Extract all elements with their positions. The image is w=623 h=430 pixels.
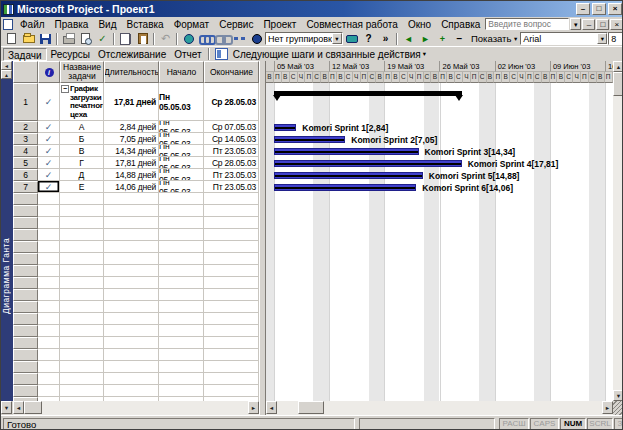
split-task-button[interactable]	[231, 32, 248, 45]
row-number[interactable]: 4	[13, 145, 38, 157]
finish-cell[interactable]: Пт 23.05.03	[204, 145, 259, 157]
scroll-right-icon[interactable]: ►	[248, 401, 259, 414]
row-number[interactable]	[13, 385, 38, 397]
empty-cell[interactable]	[60, 193, 104, 205]
close-button[interactable]: ×	[608, 3, 622, 15]
empty-cell[interactable]	[38, 265, 60, 277]
mdi-minimize-button[interactable]: –	[582, 19, 595, 30]
table-scroll-thumb[interactable]	[24, 401, 42, 414]
grouping-combo[interactable]: Нет группировки ▾	[265, 32, 343, 45]
empty-cell[interactable]	[204, 325, 259, 337]
vertical-scroll-thumb[interactable]	[613, 72, 623, 96]
scroll-left-icon[interactable]: ◄	[266, 401, 277, 414]
row-number[interactable]	[13, 241, 38, 253]
table-horizontal-scrollbar[interactable]: ◄ ►	[13, 401, 259, 415]
task-complete-check[interactable]: ✓	[38, 169, 60, 181]
empty-cell[interactable]	[204, 313, 259, 325]
empty-cell[interactable]	[104, 325, 159, 337]
empty-cell[interactable]	[204, 205, 259, 217]
finish-cell[interactable]: Ср 07.05.03	[204, 121, 259, 133]
task-complete-check[interactable]: ✓	[38, 145, 60, 157]
font-name-combo[interactable]: Arial ▾	[520, 32, 608, 45]
tab-Ресурсы[interactable]: Ресурсы	[47, 48, 94, 61]
guide-toolbar-button[interactable]	[343, 32, 360, 45]
empty-cell[interactable]	[38, 361, 60, 373]
empty-cell[interactable]	[159, 313, 204, 325]
row-number[interactable]	[13, 217, 38, 229]
empty-cell[interactable]	[104, 289, 159, 301]
task-complete-check[interactable]: ✓	[38, 157, 60, 169]
menu-item-Справка[interactable]: Справка	[436, 19, 485, 30]
empty-cell[interactable]	[159, 349, 204, 361]
empty-cell[interactable]	[104, 241, 159, 253]
menu-item-Формат[interactable]: Формат	[169, 19, 215, 30]
empty-cell[interactable]	[204, 277, 259, 289]
indent-button[interactable]: ►	[417, 32, 434, 45]
empty-cell[interactable]	[38, 337, 60, 349]
empty-cell[interactable]	[159, 337, 204, 349]
empty-cell[interactable]	[159, 361, 204, 373]
empty-cell[interactable]	[38, 205, 60, 217]
menu-item-Проект[interactable]: Проект	[258, 19, 301, 30]
indicators-column-header[interactable]: i	[38, 61, 60, 83]
chevron-down-icon[interactable]: ▾	[423, 50, 426, 58]
document-icon[interactable]	[3, 19, 13, 30]
empty-cell[interactable]	[204, 337, 259, 349]
empty-cell[interactable]	[104, 253, 159, 265]
empty-cell[interactable]	[204, 193, 259, 205]
project-guide-icon[interactable]	[215, 48, 228, 60]
empty-cell[interactable]	[104, 301, 159, 313]
empty-cell[interactable]	[60, 361, 104, 373]
empty-cell[interactable]	[159, 373, 204, 385]
empty-cell[interactable]	[204, 361, 259, 373]
task-complete-check[interactable]: ✓	[38, 133, 60, 145]
mdi-close-button[interactable]: ×	[610, 19, 623, 30]
new-button[interactable]	[3, 32, 20, 45]
empty-cell[interactable]	[60, 205, 104, 217]
ask-question-dropdown-icon[interactable]: ▾	[570, 18, 581, 30]
task-complete-check[interactable]: ✓	[38, 83, 60, 121]
empty-cell[interactable]	[104, 193, 159, 205]
empty-cell[interactable]	[104, 373, 159, 385]
finish-cell[interactable]: Пт 23.05.03	[204, 169, 259, 181]
row-number[interactable]	[13, 373, 38, 385]
empty-cell[interactable]	[204, 301, 259, 313]
duration-cell[interactable]: 14,34 дней	[104, 145, 159, 157]
duration-cell[interactable]: 7,05 дней	[104, 133, 159, 145]
empty-cell[interactable]	[38, 349, 60, 361]
duration-cell[interactable]: 14,88 дней	[104, 169, 159, 181]
empty-cell[interactable]	[38, 325, 60, 337]
duration-cell[interactable]: 14,06 дней	[104, 181, 159, 193]
empty-cell[interactable]	[38, 217, 60, 229]
task-bar[interactable]	[274, 160, 462, 167]
scroll-right-icon[interactable]: ►	[602, 401, 613, 414]
empty-cell[interactable]	[104, 313, 159, 325]
task-bar[interactable]	[274, 136, 345, 143]
print-button[interactable]	[60, 32, 77, 45]
finish-cell[interactable]: Ср 28.05.03	[204, 83, 259, 121]
undo-button[interactable]: ↶	[157, 32, 174, 45]
empty-cell[interactable]	[104, 277, 159, 289]
empty-cell[interactable]	[159, 277, 204, 289]
row-number[interactable]	[13, 313, 38, 325]
empty-cell[interactable]	[38, 253, 60, 265]
spelling-button[interactable]: ✓	[94, 32, 111, 45]
task-name-cell[interactable]: В	[60, 145, 104, 157]
ask-question-input[interactable]	[485, 18, 569, 30]
task-bar[interactable]	[274, 184, 416, 191]
vertical-scrollbar[interactable]: ▲ ▼	[613, 61, 623, 401]
empty-cell[interactable]	[60, 325, 104, 337]
tab-Задачи[interactable]: Задачи	[3, 48, 47, 61]
empty-cell[interactable]	[159, 241, 204, 253]
menu-item-Правка[interactable]: Правка	[50, 19, 94, 30]
view-bar-scroll-up-icon[interactable]: ▲	[1, 70, 12, 79]
start-cell[interactable]: Пн 05.05.03	[159, 83, 204, 121]
empty-cell[interactable]	[204, 373, 259, 385]
empty-cell[interactable]	[60, 289, 104, 301]
duration-cell[interactable]: 17,81 дней	[104, 83, 159, 121]
empty-cell[interactable]	[159, 289, 204, 301]
task-name-cell[interactable]: Г	[60, 157, 104, 169]
empty-cell[interactable]	[38, 289, 60, 301]
empty-cell[interactable]	[204, 217, 259, 229]
row-number[interactable]	[13, 325, 38, 337]
